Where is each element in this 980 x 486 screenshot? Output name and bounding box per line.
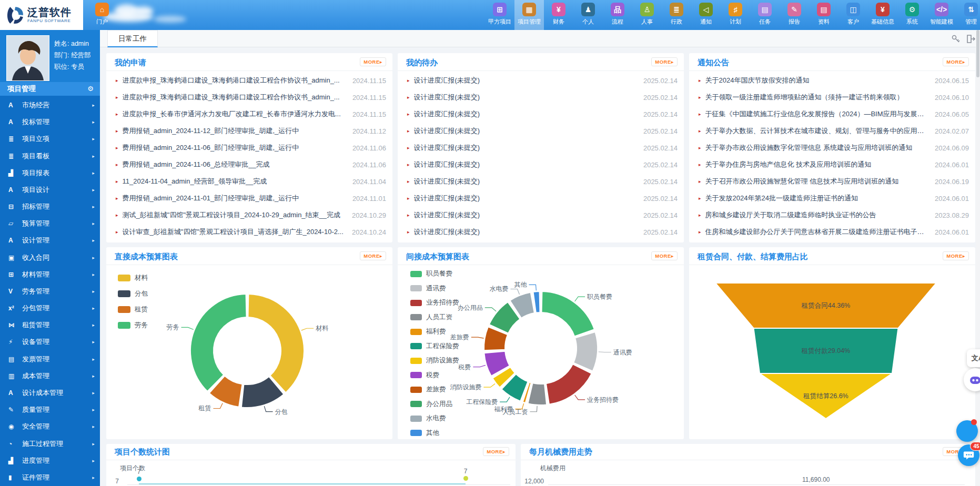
sidebar-item[interactable]: ▤ 发票管理 ▸ [0, 351, 100, 368]
legend-item[interactable]: 租赁 [118, 305, 148, 314]
indirect-cost-donut-chart[interactable]: 职员餐费 通讯费 业务招待费 人员工资 [398, 265, 684, 439]
more-button[interactable]: MORE▸ [360, 251, 386, 260]
more-button[interactable]: MORE▸ [360, 57, 386, 66]
nav-item[interactable]: ♯ 计划 [721, 0, 750, 30]
sidebar-module-header[interactable]: 项目管理 ⚙ [0, 82, 100, 96]
sidebar-item[interactable]: x² 分包管理 ▸ [0, 300, 100, 317]
nav-item[interactable]: ⚙ 系统 [897, 0, 927, 30]
list-item[interactable]: ▸ 设计进度汇报(未提交) 2025.02.14 [407, 107, 678, 122]
list-item[interactable]: ▸ 11_2024-11-04_admin_经营部_领导审批__完成 2024.… [116, 174, 386, 189]
legend-item[interactable]: 水电费 [410, 414, 459, 423]
legend-item[interactable]: 人员工资 [410, 313, 459, 322]
sidebar-item[interactable]: A 设计管理 ▸ [0, 232, 100, 249]
list-item[interactable]: ▸ 关于举办市政公用设施数字化管理信息 系统建设与应用培训班的通知 2024.0… [699, 140, 969, 155]
list-item[interactable]: ▸ 住房和城乡建设部办公厅关于同意吉林省开展二级建造师注册证书电子化试点... … [699, 225, 969, 239]
legend-item[interactable]: 业务招待费 [410, 298, 459, 307]
sidebar-item[interactable]: A 项目设计 ▸ [0, 181, 100, 198]
sidebar-item[interactable]: ▮ 证件管理 ▸ [0, 469, 100, 486]
nav-item[interactable]: ◫ 客户 [838, 0, 868, 30]
sidebar-item[interactable]: ◉ 安全管理 ▸ [0, 418, 100, 435]
sidebar-item[interactable]: ⊞ 材料管理 ▸ [0, 266, 100, 283]
nav-item[interactable]: ¥ 基础信息 [868, 0, 897, 30]
more-button[interactable]: MORE▸ [943, 57, 969, 66]
list-item[interactable]: ▸ 进度款申报_珠海鹤港口建设_珠海鹤港口建设工程合作协议书_admin_...… [116, 73, 386, 88]
nav-item[interactable]: </> 智能建模 [927, 0, 956, 30]
list-item[interactable]: ▸ 设计进度汇报(未提交) 2025.02.14 [407, 191, 678, 206]
user-avatar[interactable] [6, 35, 49, 81]
nav-item[interactable]: ▤ 资料 [809, 0, 838, 30]
list-item[interactable]: ▸ 设计进度汇报(未提交) 2025.02.14 [407, 157, 678, 172]
sidebar-item[interactable]: ≣ 项目立项 ▸ [0, 130, 100, 147]
list-item[interactable]: ▸ 费用报销_admin_2024-11-12_部门经理审批_胡建,_运行中 2… [116, 124, 386, 138]
sidebar-item[interactable]: ⋈ 租赁管理 ▸ [0, 317, 100, 333]
chat-fab[interactable]: 45 [958, 444, 979, 466]
list-item[interactable]: ▸ 设计进度汇报(未提交) 2025.02.14 [407, 124, 678, 138]
key-icon[interactable] [951, 34, 961, 44]
notification-fab[interactable] [956, 420, 978, 442]
list-item[interactable]: ▸ 设计进度汇报(未提交) 2025.02.14 [407, 73, 678, 88]
more-button[interactable]: MORE▸ [651, 57, 678, 66]
more-button[interactable]: MORE▸ [943, 251, 969, 260]
rental-funnel-chart[interactable]: 租赁合同44.36%租赁付款29.04%租赁结算26.6% [689, 265, 975, 439]
legend-item[interactable]: 福利费 [410, 327, 459, 336]
sidebar-item[interactable]: ⊟ 招标管理 ▸ [0, 198, 100, 215]
legend-item[interactable]: 税费 [410, 371, 459, 380]
logout-icon[interactable] [965, 34, 976, 44]
list-item[interactable]: ▸ 房和城乡建设厅关于取消二级建造师临时执业证书的公告 2023.08.29 [699, 208, 969, 222]
sidebar-item[interactable]: ✎ 质量管理 ▸ [0, 401, 100, 418]
gear-icon[interactable]: ⚙ [87, 82, 94, 96]
project-count-chart[interactable]: 项目个数 7 7 7 [106, 460, 516, 486]
list-item[interactable]: ▸ 关于举办住房与房地产信息化 技术及应用培训班的通知 2024.06.01 [699, 157, 969, 172]
list-item[interactable]: ▸ 关于2024年国庆节放假安排的通知 2024.06.15 [699, 73, 969, 88]
list-item[interactable]: ▸ 于征集《中国建筑施工行业信息化发展报告（2024）—BIM应用与发展》材料.… [699, 107, 969, 122]
nav-item[interactable]: ≣ 行政 [662, 0, 691, 30]
sidebar-item[interactable]: ▟ 进度管理 ▸ [0, 452, 100, 469]
list-item[interactable]: ▸ 测试_彭祖新城"四馆"景观工程设计项目_2024-10-29_admin_结… [116, 208, 386, 222]
data-point[interactable]: 7 [132, 468, 146, 481]
legend-item[interactable]: 其他 [410, 429, 459, 438]
list-item[interactable]: ▸ 设计进度汇报(未提交) 2025.02.14 [407, 90, 678, 105]
nav-item[interactable]: ⇅ 管理 [956, 0, 980, 30]
list-item[interactable]: ▸ 关于领取一级注册建造师增项贴的通知（须持一建证书前来领取） 2024.06.… [699, 90, 969, 105]
legend-item[interactable]: 分包 [118, 289, 148, 298]
sidebar-item[interactable]: ▥ 成本管理 ▸ [0, 368, 100, 384]
list-item[interactable]: ▸ 关于召开市政公用设施智慧化管理 信息技术与应用培训班的通知 2024.06.… [699, 174, 969, 189]
translate-fab[interactable]: 文A [967, 349, 980, 367]
sidebar-item[interactable]: ▟ 项目报表 ▸ [0, 165, 100, 181]
sidebar-item[interactable]: ≣ 项目看板 ▸ [0, 148, 100, 165]
scrollbar-thumb[interactable] [976, 30, 979, 77]
sidebar-item[interactable]: A 设计成本管理 ▸ [0, 384, 100, 401]
list-item[interactable]: ▸ 关于举办大数据、云计算技术在城市建设、规划、管理与服务中的应用培训班... … [699, 124, 969, 138]
more-button[interactable]: MORE▸ [483, 447, 509, 456]
list-item[interactable]: ▸ 设计进度汇报(未提交) 2025.02.14 [407, 225, 678, 239]
direct-cost-donut-chart[interactable]: 材料 分包 租赁 劳务 [106, 265, 392, 439]
nav-item[interactable]: ▤ 任务 [750, 0, 780, 30]
legend-item[interactable]: 工程保险费 [410, 342, 459, 351]
list-item[interactable]: ▸ 设计审查_彭祖新城"四馆"景观工程设计项目_请选择_胡广生_2024-10-… [116, 225, 386, 239]
nav-item-portal[interactable]: ⌂ 门户 [87, 0, 117, 30]
legend-item[interactable]: 办公用品 [410, 400, 459, 409]
nav-item[interactable]: ¥ 财务 [544, 0, 573, 30]
app-logo[interactable]: 泛普软件 FANPU SOFTWARE [0, 0, 83, 30]
sidebar-item[interactable]: A 市场经营 ▸ [0, 97, 100, 114]
legend-item[interactable]: 差旅费 [410, 385, 459, 394]
sidebar-item[interactable]: V 劳务管理 ▸ [0, 283, 100, 300]
sidebar-item[interactable]: ◔ 施工过程管理 ▸ [0, 435, 100, 452]
nav-item[interactable]: ♙ 人事 [632, 0, 662, 30]
legend-item[interactable]: 通讯费 [410, 284, 459, 293]
list-item[interactable]: ▸ 设计进度汇报(未提交) 2025.02.14 [407, 140, 678, 155]
legend-item[interactable]: 消防设施费 [410, 356, 459, 365]
tab-daily-work[interactable]: 日常工作 [107, 30, 158, 47]
sidebar-item[interactable]: A 投标管理 ▸ [0, 114, 100, 130]
legend-item[interactable]: 材料 [118, 274, 148, 282]
nav-item[interactable]: 品 流程 [603, 0, 632, 30]
list-item[interactable]: ▸ 关于发放2024年第24批一级建造师注册证书的通知 2024.06.01 [699, 191, 969, 206]
more-button[interactable]: MORE▸ [651, 251, 678, 260]
nav-item[interactable]: ▦ 项目管理 [514, 0, 544, 30]
machine-cost-chart[interactable]: 机械费用 12,000 11,690.00 [521, 460, 975, 486]
list-item[interactable]: ▸ 进度款申报_珠海鹤港口建设_珠海鹤港口建设工程合作协议书_admin_...… [116, 90, 386, 105]
list-item[interactable]: ▸ 费用报销_admin_2024-11-06_部门经理审批_胡建,_运行中 2… [116, 140, 386, 155]
data-point[interactable]: 7 [458, 468, 473, 481]
sidebar-item[interactable]: ▣ 收入合同 ▸ [0, 249, 100, 266]
nav-item[interactable]: ✎ 报告 [780, 0, 809, 30]
